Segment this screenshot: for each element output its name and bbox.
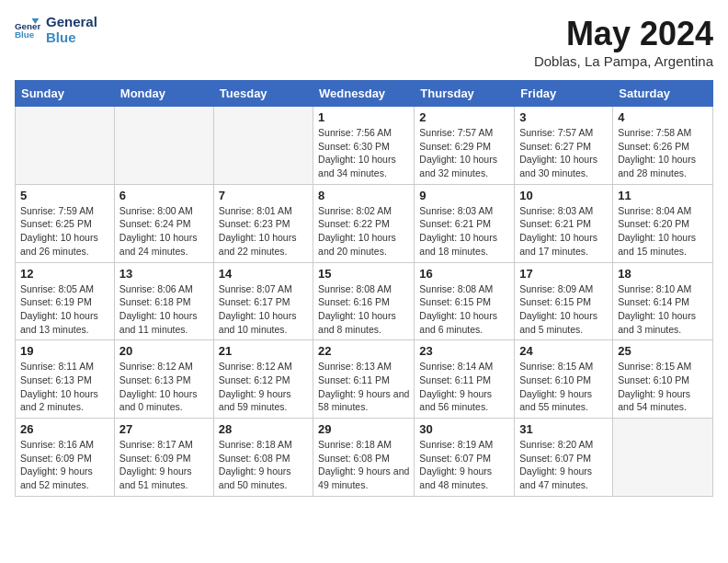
- day-info: Sunrise: 8:01 AM Sunset: 6:23 PM Dayligh…: [219, 204, 308, 259]
- day-info: Sunrise: 8:12 AM Sunset: 6:12 PM Dayligh…: [219, 360, 308, 414]
- day-number: 9: [419, 189, 509, 202]
- calendar-cell: 30Sunrise: 8:19 AM Sunset: 6:07 PM Dayli…: [415, 419, 515, 497]
- day-number: 8: [318, 189, 409, 202]
- calendar-cell: 22Sunrise: 8:13 AM Sunset: 6:11 PM Dayli…: [313, 340, 415, 419]
- calendar-cell: 6Sunrise: 8:00 AM Sunset: 6:24 PM Daylig…: [114, 184, 213, 262]
- calendar-cell: 18Sunrise: 8:10 AM Sunset: 6:14 PM Dayli…: [613, 262, 713, 340]
- day-number: 24: [519, 344, 608, 358]
- day-info: Sunrise: 8:09 AM Sunset: 6:15 PM Dayligh…: [519, 282, 608, 337]
- day-number: 10: [519, 189, 608, 202]
- day-info: Sunrise: 8:07 AM Sunset: 6:17 PM Dayligh…: [219, 282, 308, 337]
- day-info: Sunrise: 8:04 AM Sunset: 6:20 PM Dayligh…: [618, 204, 708, 259]
- calendar-cell: 28Sunrise: 8:18 AM Sunset: 6:08 PM Dayli…: [213, 419, 313, 497]
- day-info: Sunrise: 8:14 AM Sunset: 6:11 PM Dayligh…: [419, 360, 509, 414]
- calendar-cell: 3Sunrise: 7:57 AM Sunset: 6:27 PM Daylig…: [515, 107, 613, 185]
- day-number: 19: [20, 344, 109, 358]
- day-info: Sunrise: 8:08 AM Sunset: 6:15 PM Dayligh…: [419, 282, 509, 337]
- day-number: 31: [519, 422, 608, 436]
- day-number: 18: [618, 267, 708, 281]
- day-number: 29: [318, 422, 409, 436]
- day-number: 4: [618, 110, 708, 124]
- day-number: 21: [219, 344, 308, 358]
- day-info: Sunrise: 7:57 AM Sunset: 6:29 PM Dayligh…: [419, 126, 509, 180]
- calendar-cell: 27Sunrise: 8:17 AM Sunset: 6:09 PM Dayli…: [114, 419, 213, 497]
- calendar-cell: 8Sunrise: 8:02 AM Sunset: 6:22 PM Daylig…: [313, 184, 415, 262]
- day-info: Sunrise: 7:58 AM Sunset: 6:26 PM Dayligh…: [618, 126, 708, 180]
- page-header: General Blue General Blue May 2024 Dobla…: [15, 15, 713, 69]
- calendar-week-4: 19Sunrise: 8:11 AM Sunset: 6:13 PM Dayli…: [16, 340, 713, 419]
- day-info: Sunrise: 8:03 AM Sunset: 6:21 PM Dayligh…: [519, 204, 608, 259]
- calendar-cell: [213, 107, 313, 185]
- day-info: Sunrise: 8:16 AM Sunset: 6:09 PM Dayligh…: [20, 438, 109, 492]
- day-number: 11: [618, 189, 708, 202]
- calendar-week-3: 12Sunrise: 8:05 AM Sunset: 6:19 PM Dayli…: [16, 262, 713, 340]
- day-info: Sunrise: 8:18 AM Sunset: 6:08 PM Dayligh…: [318, 438, 409, 492]
- day-number: 22: [318, 344, 409, 358]
- day-info: Sunrise: 8:15 AM Sunset: 6:10 PM Dayligh…: [519, 360, 608, 414]
- day-header-sunday: Sunday: [16, 81, 115, 107]
- calendar-cell: 5Sunrise: 7:59 AM Sunset: 6:25 PM Daylig…: [16, 184, 115, 262]
- calendar-cell: 13Sunrise: 8:06 AM Sunset: 6:18 PM Dayli…: [114, 262, 213, 340]
- calendar-cell: 11Sunrise: 8:04 AM Sunset: 6:20 PM Dayli…: [613, 184, 713, 262]
- calendar-cell: 4Sunrise: 7:58 AM Sunset: 6:26 PM Daylig…: [613, 107, 713, 185]
- logo-line2: Blue: [46, 30, 97, 46]
- svg-text:Blue: Blue: [15, 29, 35, 40]
- day-info: Sunrise: 8:08 AM Sunset: 6:16 PM Dayligh…: [318, 282, 409, 337]
- day-number: 26: [20, 422, 109, 436]
- calendar-cell: 10Sunrise: 8:03 AM Sunset: 6:21 PM Dayli…: [515, 184, 613, 262]
- day-info: Sunrise: 8:02 AM Sunset: 6:22 PM Dayligh…: [318, 204, 409, 259]
- month-title: May 2024: [534, 15, 713, 53]
- day-info: Sunrise: 8:12 AM Sunset: 6:13 PM Dayligh…: [119, 360, 209, 414]
- calendar-cell: 16Sunrise: 8:08 AM Sunset: 6:15 PM Dayli…: [415, 262, 515, 340]
- day-number: 20: [119, 344, 209, 358]
- day-number: 7: [219, 189, 308, 202]
- calendar-cell: 23Sunrise: 8:14 AM Sunset: 6:11 PM Dayli…: [415, 340, 515, 419]
- calendar-cell: [114, 107, 213, 185]
- calendar-cell: 7Sunrise: 8:01 AM Sunset: 6:23 PM Daylig…: [213, 184, 313, 262]
- day-info: Sunrise: 8:03 AM Sunset: 6:21 PM Dayligh…: [419, 204, 509, 259]
- day-number: 6: [119, 189, 209, 202]
- day-number: 14: [219, 267, 308, 281]
- calendar-cell: [16, 107, 115, 185]
- title-block: May 2024 Doblas, La Pampa, Argentina: [534, 15, 713, 69]
- day-info: Sunrise: 8:11 AM Sunset: 6:13 PM Dayligh…: [20, 360, 109, 414]
- day-number: 2: [419, 110, 509, 124]
- day-number: 15: [318, 267, 409, 281]
- logo: General Blue General Blue: [15, 15, 97, 45]
- day-number: 3: [519, 110, 608, 124]
- day-number: 1: [318, 110, 409, 124]
- day-info: Sunrise: 8:10 AM Sunset: 6:14 PM Dayligh…: [618, 282, 708, 337]
- day-info: Sunrise: 7:57 AM Sunset: 6:27 PM Dayligh…: [519, 126, 608, 180]
- calendar-cell: 14Sunrise: 8:07 AM Sunset: 6:17 PM Dayli…: [213, 262, 313, 340]
- day-number: 5: [20, 189, 109, 202]
- day-header-thursday: Thursday: [415, 81, 515, 107]
- calendar-cell: 2Sunrise: 7:57 AM Sunset: 6:29 PM Daylig…: [415, 107, 515, 185]
- logo-icon: General Blue: [15, 17, 40, 43]
- day-header-monday: Monday: [114, 81, 213, 107]
- day-info: Sunrise: 8:18 AM Sunset: 6:08 PM Dayligh…: [219, 438, 308, 492]
- header-row: SundayMondayTuesdayWednesdayThursdayFrid…: [16, 81, 713, 107]
- calendar-cell: 25Sunrise: 8:15 AM Sunset: 6:10 PM Dayli…: [613, 340, 713, 419]
- day-info: Sunrise: 7:56 AM Sunset: 6:30 PM Dayligh…: [318, 126, 409, 180]
- day-number: 27: [119, 422, 209, 436]
- calendar-cell: 29Sunrise: 8:18 AM Sunset: 6:08 PM Dayli…: [313, 419, 415, 497]
- day-info: Sunrise: 8:05 AM Sunset: 6:19 PM Dayligh…: [20, 282, 109, 337]
- day-info: Sunrise: 8:06 AM Sunset: 6:18 PM Dayligh…: [119, 282, 209, 337]
- calendar-cell: 24Sunrise: 8:15 AM Sunset: 6:10 PM Dayli…: [515, 340, 613, 419]
- calendar-week-2: 5Sunrise: 7:59 AM Sunset: 6:25 PM Daylig…: [16, 184, 713, 262]
- calendar-cell: 19Sunrise: 8:11 AM Sunset: 6:13 PM Dayli…: [16, 340, 115, 419]
- calendar-cell: 9Sunrise: 8:03 AM Sunset: 6:21 PM Daylig…: [415, 184, 515, 262]
- calendar-cell: [613, 419, 713, 497]
- day-info: Sunrise: 8:19 AM Sunset: 6:07 PM Dayligh…: [419, 438, 509, 492]
- day-info: Sunrise: 8:00 AM Sunset: 6:24 PM Dayligh…: [119, 204, 209, 259]
- day-number: 12: [20, 267, 109, 281]
- calendar-cell: 17Sunrise: 8:09 AM Sunset: 6:15 PM Dayli…: [515, 262, 613, 340]
- day-info: Sunrise: 7:59 AM Sunset: 6:25 PM Dayligh…: [20, 204, 109, 259]
- day-info: Sunrise: 8:17 AM Sunset: 6:09 PM Dayligh…: [119, 438, 209, 492]
- day-header-saturday: Saturday: [613, 81, 713, 107]
- logo-line1: General: [46, 15, 97, 30]
- day-number: 17: [519, 267, 608, 281]
- calendar-cell: 31Sunrise: 8:20 AM Sunset: 6:07 PM Dayli…: [515, 419, 613, 497]
- calendar-week-5: 26Sunrise: 8:16 AM Sunset: 6:09 PM Dayli…: [16, 419, 713, 497]
- calendar-cell: 1Sunrise: 7:56 AM Sunset: 6:30 PM Daylig…: [313, 107, 415, 185]
